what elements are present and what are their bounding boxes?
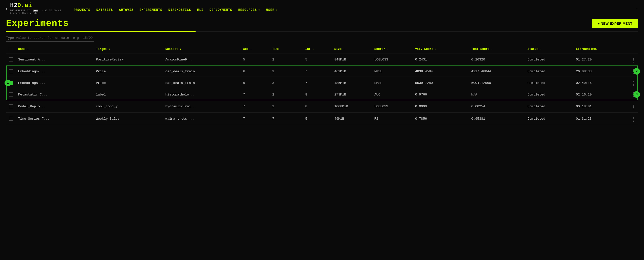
col-time[interactable]: Time ⬆ [270,45,303,53]
row-checkbox[interactable] [9,104,13,108]
nav-datasets[interactable]: DATASETS [96,8,113,12]
row-menu-icon[interactable] [632,104,635,110]
row-menu-icon[interactable] [632,81,635,86]
experiments-table-wrapper: Name ⬆ Target ⬆ Dataset ⬆ Acc ⬆ Time ⬆ I… [6,45,638,125]
col-acc[interactable]: Acc ⬆ [240,45,270,53]
grid-icon[interactable]: ⋮ [635,7,639,12]
cell-target: Price [93,77,163,89]
row-checkbox[interactable] [9,92,13,96]
cell-name: Time Series F... [16,113,93,125]
nav-resources[interactable]: RESOURCES [238,8,260,12]
cell-size: 49MiB [332,113,372,125]
cell-actions: 2 [630,66,638,77]
cell-eta: 02:40:16 [573,77,630,89]
cell-val-score: 4838.4584 [413,66,469,77]
col-name[interactable]: Name ⬆ [16,45,93,53]
cell-val-score: 0.0090 [413,100,469,113]
badge-3: 3 [633,91,640,98]
nav-autoviz[interactable]: AUTOVIZ [119,8,133,12]
cell-time: 2 [270,100,303,113]
col-size[interactable]: Size ⬆ [332,45,372,53]
cell-status: Completed [525,89,573,100]
cell-int: 7 [303,77,332,89]
cell-eta: 00:18:01 [573,100,630,113]
col-int[interactable]: Int ⬆ [303,45,332,53]
logo-block: ‹ H2 0 .ai DRIVERLESS AI ■■■ – AI TO DO … [5,2,61,15]
cell-scorer: AUC [372,89,413,100]
main-content: Name ⬆ Target ⬆ Dataset ⬆ Acc ⬆ Time ⬆ I… [0,32,644,130]
cell-actions [630,77,638,89]
cell-eta: 01:31:23 [573,113,630,125]
col-test-score[interactable]: Test Score ⬆ [469,45,525,53]
back-arrow-icon[interactable]: ‹ [5,6,8,12]
cell-val-score: 0.7856 [413,113,469,125]
cell-test-score: N/A [469,89,525,100]
header-left: ‹ H2 0 .ai DRIVERLESS AI ■■■ – AI TO DO … [5,2,278,15]
nav-experiments[interactable]: EXPERIMENTS [140,8,162,12]
cell-actions [630,100,638,113]
cell-time: 2 [270,89,303,100]
row-checkbox-cell [6,89,16,100]
cell-dataset: hydraulicTrai... [163,100,240,113]
cell-acc: 7 [240,100,270,113]
logo-subtitle: DRIVERLESS AI ■■■ – AI TO DO AI [10,9,61,12]
cell-name: Embeddings-... [16,66,93,77]
nav-projects[interactable]: PROJECTS [74,8,90,12]
cell-dataset: AmazonFineF... [163,53,240,66]
cell-test-score: 5004.12060 [469,77,525,89]
nav-diagnostics[interactable]: DIAGNOSTICS [168,8,191,12]
cell-status: Completed [525,53,573,66]
cell-name: Model_Deplo... [16,100,93,113]
cell-acc: 6 [240,77,270,89]
cell-test-score: 0.26320 [469,53,525,66]
cell-time: 7 [270,113,303,125]
col-val-score[interactable]: Val. Score ⬆ [413,45,469,53]
cell-actions [630,113,638,125]
cell-int: 7 [303,66,332,77]
col-dataset[interactable]: Dataset ⬆ [163,45,240,53]
cell-val-score: 0.2431 [413,53,469,66]
main-nav: PROJECTS DATASETS AUTOVIZ EXPERIMENTS DI… [74,5,278,12]
cell-acc: 7 [240,113,270,125]
row-menu-icon[interactable] [632,57,635,63]
nav-deployments[interactable]: DEPLOYMENTS [209,8,232,12]
cell-test-score: 0.95381 [469,113,525,125]
row-checkbox-cell [6,113,16,125]
cell-target: label [93,89,163,100]
cell-name: Metastatic C... [16,89,93,100]
page-title-bar: Experiments + NEW EXPERIMENT [0,15,644,31]
select-all-checkbox[interactable] [9,47,13,51]
col-status[interactable]: Status ⬆ [525,45,573,53]
cell-eta: 26:08:33 [573,66,630,77]
row-menu-icon[interactable] [632,117,635,122]
col-scorer[interactable]: Scorer ⬆ [372,45,413,53]
cell-actions: 3 [630,89,638,100]
cell-int: 8 [303,100,332,113]
page-title: Experiments [6,18,69,29]
cell-size: 848MiB [332,53,372,66]
cell-int: 5 [303,113,332,125]
cell-actions [630,53,638,66]
col-actions [630,45,638,53]
row-checkbox[interactable] [9,57,13,61]
logo-dot: 0 [17,2,21,9]
cell-scorer: R2 [372,113,413,125]
cell-size: 1008MiB [332,100,372,113]
header: ‹ H2 0 .ai DRIVERLESS AI ■■■ – AI TO DO … [0,0,644,15]
cell-dataset: car_deals_train [163,66,240,77]
search-input[interactable] [6,35,94,42]
cell-scorer: RMSE [372,66,413,77]
cell-eta: 02:16:10 [573,89,630,100]
row-checkbox[interactable] [9,69,13,73]
row-checkbox[interactable] [9,117,13,121]
table-row: Time Series F... Weekly_Sales walmart_tt… [6,113,638,125]
nav-mli[interactable]: MLI [197,8,203,12]
badge-2: 2 [633,68,640,75]
col-target[interactable]: Target ⬆ [93,45,163,53]
new-experiment-button[interactable]: + NEW EXPERIMENT [592,19,638,28]
nav-user[interactable]: USER [266,8,278,12]
col-eta[interactable]: ETA/Runtime⬆ [573,45,630,53]
cell-int: 5 [303,53,332,66]
cell-size: 273MiB [332,89,372,100]
badge-1: 1 [5,80,11,86]
